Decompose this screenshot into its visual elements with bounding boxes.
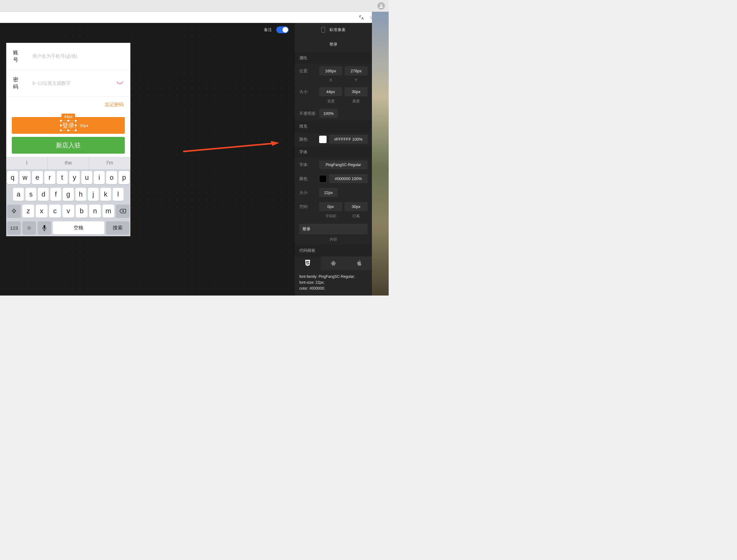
keyboard-row-2: asdfghjkl [6, 186, 130, 203]
svg-line-2 [183, 143, 273, 151]
key-t[interactable]: t [57, 171, 68, 184]
key-m[interactable]: m [102, 205, 114, 218]
key-v[interactable]: v [62, 205, 74, 218]
font-color-swatch[interactable] [319, 175, 327, 183]
key-g[interactable]: g [63, 188, 74, 201]
remark-toggle[interactable] [276, 26, 289, 33]
fill-section-title: 填充 [295, 120, 372, 132]
password-placeholder[interactable]: 6~12位英文或数字 [32, 80, 116, 86]
code-platform-tabs [295, 256, 372, 270]
size-label: 大小: [299, 89, 317, 95]
code-section-title: 代码模板 [295, 245, 372, 256]
svg-point-0 [380, 4, 382, 6]
opacity-value[interactable]: 100% [319, 109, 338, 118]
account-placeholder[interactable]: 用户名为手机号(必填) [32, 53, 124, 59]
numbers-key[interactable]: 123 [7, 221, 21, 234]
font-color-value[interactable]: #000000 100% [329, 174, 368, 183]
width-value[interactable]: 44px [319, 87, 342, 96]
keyboard-row-3: zxcvbnm [6, 203, 130, 219]
ios-keyboard: I the I'm qwertyuiop asdfghjkl zxcvbnm [6, 157, 130, 236]
content-value[interactable]: 登录 [299, 224, 368, 234]
login-button[interactable]: 登录 44px 30px [12, 117, 125, 134]
suggestion-1[interactable]: I [6, 157, 48, 169]
password-label: 密 码 [13, 76, 32, 90]
css-tab[interactable] [295, 256, 321, 270]
search-key[interactable]: 搜索 [106, 221, 129, 234]
font-color-label: 颜色: [299, 176, 317, 182]
suggestion-3[interactable]: I'm [89, 157, 130, 169]
fill-color-value[interactable]: #FFFFFF 100% [329, 135, 368, 144]
key-x[interactable]: x [36, 205, 47, 218]
selected-element-name: 登录 [295, 37, 372, 52]
key-f[interactable]: f [50, 188, 61, 201]
line-height-value[interactable]: 30px [345, 202, 368, 211]
remark-label: 备注 [264, 27, 272, 33]
password-row: 密 码 6~12位英文或数字 [6, 70, 130, 97]
selected-text-element[interactable]: 登录 44px 30px [61, 120, 76, 131]
signup-button[interactable]: 新店入驻 [12, 137, 125, 154]
keyboard-row-4: 123 ☺ 空格 搜索 [6, 219, 130, 236]
device-icon[interactable] [321, 27, 325, 33]
font-size-label: 大小: [299, 190, 317, 196]
key-k[interactable]: k [100, 188, 111, 201]
eye-closed-icon[interactable] [116, 80, 124, 87]
key-c[interactable]: c [49, 205, 61, 218]
translate-icon[interactable] [358, 14, 364, 20]
fill-color-label: 颜色: [299, 137, 317, 142]
keyboard-row-1: qwertyuiop [6, 169, 130, 186]
key-o[interactable]: o [106, 171, 117, 184]
key-s[interactable]: s [25, 188, 36, 201]
key-d[interactable]: d [38, 188, 49, 201]
profile-avatar-icon[interactable] [378, 2, 385, 10]
forgot-password-link[interactable]: 忘记密码 [105, 102, 124, 107]
code-output[interactable]: font-family: PingFangSC-Regular; font-si… [295, 270, 372, 296]
key-l[interactable]: l [113, 188, 124, 201]
key-p[interactable]: p [119, 171, 129, 184]
key-w[interactable]: w [20, 171, 30, 184]
content-sublabel: 内容 [295, 237, 372, 245]
account-row: 账 号 用户名为手机号(必填) [6, 43, 130, 70]
key-y[interactable]: y [69, 171, 80, 184]
position-y-value[interactable]: 278px [345, 66, 368, 75]
key-h[interactable]: h [75, 188, 86, 201]
inspector-header: 标准像素 [295, 23, 372, 37]
key-i[interactable]: i [94, 171, 105, 184]
key-j[interactable]: j [88, 188, 99, 201]
key-r[interactable]: r [44, 171, 55, 184]
key-e[interactable]: e [32, 171, 43, 184]
canvas[interactable]: 备注 账 号 用户名为手机号(必填) 密 码 6~12位英文或数字 忘记密码 登… [0, 23, 295, 296]
key-z[interactable]: z [22, 205, 34, 218]
ios-tab[interactable] [346, 256, 372, 270]
fill-color-swatch[interactable] [319, 136, 327, 143]
backspace-key[interactable] [116, 205, 129, 218]
key-b[interactable]: b [76, 205, 88, 218]
letter-spacing-value[interactable]: 0px [319, 202, 342, 211]
shift-key[interactable] [7, 205, 21, 218]
key-n[interactable]: n [89, 205, 101, 218]
key-q[interactable]: q [7, 171, 18, 184]
position-x-value[interactable]: 166px [319, 66, 342, 75]
position-label: 位置: [299, 68, 317, 74]
key-u[interactable]: u [81, 171, 92, 184]
dimension-height-badge: 30px [77, 123, 91, 129]
workspace-topbar: 备注 [0, 23, 295, 37]
emoji-key[interactable]: ☺ [22, 221, 36, 234]
browser-titlebar [0, 0, 389, 12]
suggestion-bar: I the I'm [6, 157, 130, 169]
desktop-background [372, 12, 389, 296]
svg-marker-3 [271, 141, 279, 146]
height-value[interactable]: 30px [345, 87, 368, 96]
mic-key[interactable] [38, 221, 51, 234]
suggestion-2[interactable]: the [48, 157, 89, 169]
key-a[interactable]: a [13, 188, 24, 201]
pixel-mode-label[interactable]: 标准像素 [329, 27, 346, 33]
annotation-arrow-icon [183, 141, 279, 153]
android-tab[interactable] [321, 256, 346, 270]
opacity-label: 不透明度: [299, 111, 317, 116]
props-section-title: 属性 [295, 52, 372, 64]
browser-toolbar: ☆ [0, 12, 389, 23]
font-section-title: 字体 [295, 146, 372, 158]
font-family-value[interactable]: PingFangSC-Regular [319, 160, 368, 169]
space-key[interactable]: 空格 [53, 221, 104, 234]
font-size-value[interactable]: 22px [319, 188, 338, 197]
